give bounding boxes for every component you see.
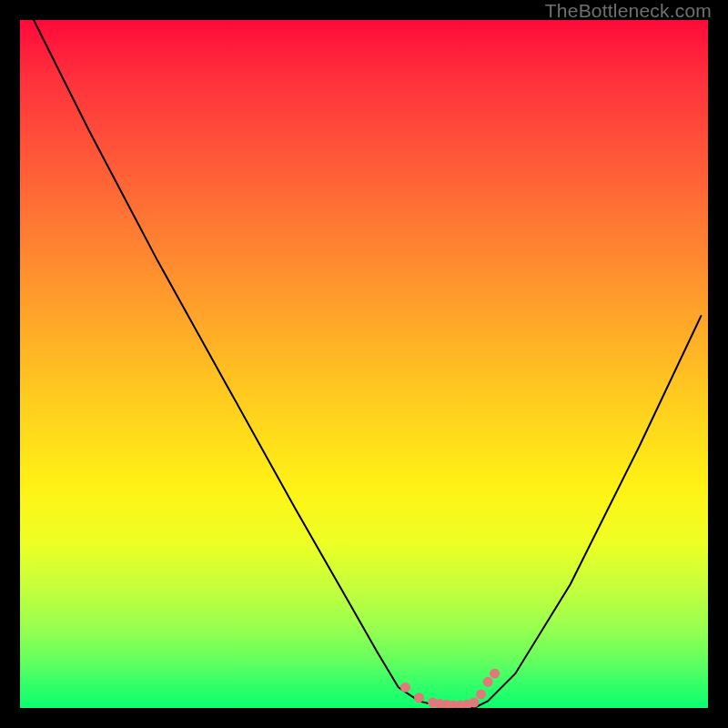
- flat-zone-dot: [476, 689, 486, 699]
- flat-zone-dot: [490, 669, 500, 679]
- curve-line: [34, 20, 701, 708]
- plot-area: [20, 20, 708, 708]
- chart-frame: TheBottleneck.com: [0, 0, 728, 728]
- flat-zone-dot: [483, 677, 493, 687]
- flat-zone-dot: [414, 693, 424, 703]
- chart-svg: [20, 20, 708, 708]
- flat-zone-dot: [400, 682, 410, 693]
- watermark-text: TheBottleneck.com: [545, 0, 712, 22]
- flat-zone-dot: [470, 698, 480, 708]
